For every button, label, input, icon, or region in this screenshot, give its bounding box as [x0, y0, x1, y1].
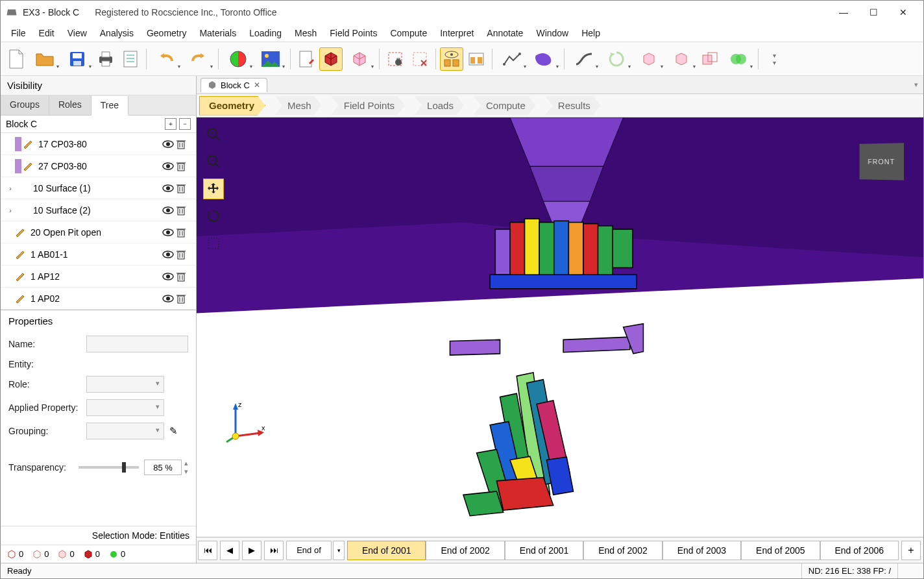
menu-help[interactable]: Help — [576, 27, 605, 40]
bc-loads[interactable]: Loads — [414, 96, 464, 116]
visibility-toggle-icon[interactable] — [162, 206, 176, 215]
menu-edit[interactable]: Edit — [34, 27, 60, 40]
dashed-lock-icon[interactable] — [383, 47, 407, 71]
doc-tab-close-icon[interactable]: ✕ — [254, 80, 260, 90]
visibility-panels-icon[interactable] — [440, 47, 463, 71]
delete-icon[interactable] — [176, 205, 191, 216]
tree-item[interactable]: 27 CP03-80 — [1, 155, 196, 177]
timeline-stage[interactable]: End of 2005 — [741, 541, 820, 560]
timeline-next-icon[interactable]: ▶ — [242, 541, 261, 560]
prop-grouping-select[interactable] — [86, 423, 164, 439]
tree-item[interactable]: 1 AB01-1 — [1, 243, 196, 265]
overlap-shapes-icon[interactable] — [698, 47, 722, 71]
timeline-stage[interactable]: End of 2002 — [583, 541, 662, 560]
wireframe-cube-icon[interactable]: ▾ — [344, 47, 375, 71]
timeline-first-icon[interactable]: ⏮ — [198, 541, 217, 560]
pan-icon[interactable] — [203, 179, 224, 199]
tree-item[interactable]: ›10 Surface (2) — [1, 199, 196, 221]
prop-role-select[interactable] — [86, 376, 164, 393]
menu-window[interactable]: Window — [531, 27, 574, 40]
timeline-last-icon[interactable]: ⏭ — [264, 541, 284, 560]
tree-item[interactable]: 20 Open Pit open — [1, 221, 196, 243]
orbit-icon[interactable] — [203, 206, 224, 227]
visibility-toggle-icon[interactable] — [162, 162, 176, 171]
timeline-stage[interactable]: End of 2001 — [347, 541, 426, 560]
expand-all-icon[interactable]: ＋ — [165, 118, 176, 130]
menu-materials[interactable]: Materials — [194, 27, 241, 40]
menu-analysis[interactable]: Analysis — [95, 27, 139, 40]
bc-compute[interactable]: Compute — [473, 96, 536, 116]
bc-mesh[interactable]: Mesh — [274, 96, 322, 116]
toolbar-overflow-icon[interactable]: ▾▾ — [762, 47, 786, 71]
open-folder-icon[interactable]: ▾ — [29, 47, 60, 71]
tree-item[interactable]: ›10 Surface (1) — [1, 177, 196, 199]
menu-file[interactable]: File — [6, 27, 31, 40]
timeline-stage[interactable]: End of 2002 — [426, 541, 504, 560]
menu-mesh[interactable]: Mesh — [289, 27, 322, 40]
orientation-cube[interactable]: FRONT — [860, 143, 905, 180]
tab-tree[interactable]: Tree — [91, 96, 128, 116]
bc-field-points[interactable]: Field Points — [331, 96, 405, 116]
minimize-button[interactable]: — — [829, 3, 858, 22]
transparency-stepper-icon[interactable]: ▴▾ — [184, 459, 188, 476]
timeline-add-stage-button[interactable]: + — [901, 541, 921, 560]
polyline-icon[interactable]: ▾ — [496, 47, 528, 71]
visibility-toggle-icon[interactable] — [162, 294, 176, 303]
expand-icon[interactable]: › — [6, 206, 15, 214]
menu-loading[interactable]: Loading — [244, 27, 287, 40]
axis-gizmo[interactable]: z x — [223, 400, 268, 446]
3d-viewport[interactable]: FRONT — [197, 117, 923, 537]
delete-icon[interactable] — [176, 139, 191, 149]
redo-icon[interactable]: ▾ — [183, 47, 214, 71]
tree-item[interactable]: 1 AP12 — [1, 265, 196, 288]
menu-view[interactable]: View — [62, 27, 92, 40]
timeline-current-dropdown-icon[interactable]: ▾ — [333, 541, 345, 560]
cube-outline-2-icon[interactable]: ▾ — [666, 47, 697, 71]
solid-cube-icon[interactable] — [319, 47, 343, 71]
menu-interpret[interactable]: Interpret — [435, 27, 479, 40]
image-icon[interactable]: ▾ — [255, 47, 286, 71]
menu-annotate[interactable]: Annotate — [481, 27, 528, 40]
visibility-toggle-icon[interactable] — [162, 184, 176, 193]
delete-icon[interactable] — [176, 183, 191, 193]
delete-icon[interactable] — [176, 161, 191, 171]
prop-name-input[interactable] — [86, 336, 188, 352]
tree-item[interactable]: 17 CP03-80 — [1, 133, 196, 155]
delete-icon[interactable] — [176, 249, 191, 260]
merge-icon[interactable]: ▾ — [723, 47, 754, 71]
visibility-toggle-icon[interactable] — [162, 272, 176, 281]
menu-field-points[interactable]: Field Points — [324, 27, 382, 40]
transparency-value[interactable]: 85 % — [144, 460, 182, 475]
zoom-out-icon[interactable] — [203, 151, 224, 172]
dashed-delete-icon[interactable] — [408, 47, 432, 71]
timeline-prev-icon[interactable]: ◀ — [220, 541, 239, 560]
blob-purple-icon[interactable]: ▾ — [529, 47, 560, 71]
delete-icon[interactable] — [176, 227, 191, 238]
close-button[interactable]: ✕ — [888, 3, 918, 22]
bc-geometry[interactable]: Geometry — [199, 96, 265, 116]
bc-results[interactable]: Results — [545, 96, 601, 116]
new-file-icon[interactable] — [5, 47, 28, 71]
visibility-toggle-icon[interactable] — [162, 228, 176, 237]
rotate-icon[interactable]: ▾ — [601, 47, 632, 71]
timeline-stage[interactable]: End of 2003 — [663, 541, 741, 560]
save-icon[interactable]: ▾ — [62, 47, 93, 71]
tab-groups[interactable]: Groups — [1, 95, 49, 115]
panels-icon[interactable] — [465, 47, 488, 71]
fit-view-icon[interactable] — [203, 233, 224, 254]
timeline-current-label[interactable]: End of — [286, 541, 332, 560]
expand-icon[interactable]: › — [6, 184, 15, 192]
transparency-slider[interactable] — [79, 466, 139, 469]
timeline-stage[interactable]: End of 2001 — [505, 541, 583, 560]
cube-outline-1-icon[interactable]: ▾ — [633, 47, 664, 71]
collapse-all-icon[interactable]: － — [179, 118, 191, 130]
menu-compute[interactable]: Compute — [385, 27, 432, 40]
undo-icon[interactable]: ▾ — [151, 47, 182, 71]
delete-icon[interactable] — [176, 293, 191, 304]
menu-geometry[interactable]: Geometry — [141, 27, 191, 40]
visibility-toggle-icon[interactable] — [162, 250, 176, 259]
tree-item[interactable]: 1 AP02 — [1, 288, 196, 310]
delete-icon[interactable] — [176, 271, 191, 282]
prop-applied-select[interactable] — [86, 399, 164, 416]
print-icon[interactable] — [94, 47, 117, 71]
